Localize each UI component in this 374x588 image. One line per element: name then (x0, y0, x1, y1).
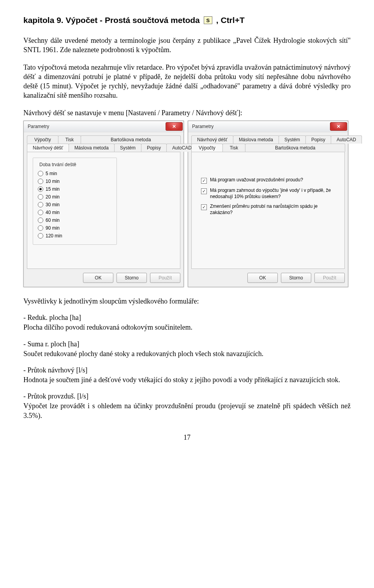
tab-popisy[interactable]: Popisy (141, 144, 167, 152)
intro-paragraph-3: Návrhový déšť se nastavuje v menu [Nasta… (23, 108, 351, 118)
radio-20min[interactable] (38, 194, 43, 200)
tab-maslova[interactable]: Máslova metoda (233, 135, 279, 144)
checkbox-jine-vody[interactable] (201, 188, 207, 194)
close-button[interactable]: ✕ (166, 122, 183, 131)
tab-row-lower: Návrhový déšť Máslova metoda Systém Popi… (27, 144, 180, 152)
radio-120min[interactable] (38, 233, 43, 239)
tab-bartoskova[interactable]: Bartoškova metoda (81, 135, 181, 144)
checkbox-zmenseni-prumeru[interactable] (201, 204, 207, 210)
radio-60min[interactable] (38, 218, 43, 223)
tab-row-upper: Výpočty Tisk Bartoškova metoda (27, 135, 180, 144)
check-row-2: Má program zahrnout do výpočtu 'jiné vod… (197, 184, 339, 200)
ok-button[interactable]: OK (247, 273, 278, 283)
doba-trvani-groupbox: Doba trvání deště 5 min 10 min 15 min 20… (33, 158, 117, 245)
radio-90min[interactable] (38, 225, 43, 231)
apply-button[interactable]: Použít (150, 273, 180, 283)
button-row: OK Storno Použít (24, 269, 183, 287)
tab-tisk[interactable]: Tisk (58, 135, 81, 144)
term-title-1: - Reduk. plocha [ha] (23, 314, 351, 322)
term-title-4: - Průtok provzduš. [l/s] (23, 392, 351, 400)
tab-body-left: Doba trvání deště 5 min 10 min 15 min 20… (27, 152, 180, 269)
button-row: OK Storno Použít (188, 269, 348, 287)
apply-button[interactable]: Použít (314, 273, 345, 283)
chapter-heading: kapitola 9. Výpočet - Prostá součtová me… (23, 16, 351, 25)
check-row-1: Má program uvažovat provzdušnění proudu? (197, 173, 339, 184)
term-title-3: - Průtok návrhový [l/s] (23, 366, 351, 374)
titlebar: Parametry ✕ (188, 121, 348, 132)
term-desc-2: Součet redukované plochy dané stoky a re… (23, 349, 351, 358)
radio-15min[interactable] (38, 186, 43, 192)
term-desc-3: Hodnota je součtem jiné a dešťové vody v… (23, 375, 351, 384)
radio-40min[interactable] (38, 210, 43, 215)
term-desc-1: Plocha dílčího povodí redukovaná odtokov… (23, 323, 351, 332)
checkbox-provzdusneni[interactable] (201, 178, 207, 184)
check-row-3: Zmenšení průměru potrubí na narůstajícím… (197, 200, 339, 216)
close-button[interactable]: ✕ (330, 122, 347, 131)
heading-prefix: kapitola 9. Výpočet - Prostá součtová me… (23, 16, 200, 25)
parametry-dialog-right: Parametry ✕ Návrhový déšť Máslova metoda… (188, 121, 348, 287)
tab-vypocty[interactable]: Výpočty (191, 144, 223, 152)
close-icon: ✕ (172, 124, 176, 129)
tab-system[interactable]: Systém (279, 135, 306, 144)
term-desc-4: Výpočet lze provádět i s ohledem na účin… (23, 401, 351, 420)
heading-suffix: , Ctrl+T (216, 16, 245, 25)
dialogs-row: Parametry ✕ Výpočty Tisk Bartoškova meto… (23, 121, 351, 287)
titlebar: Parametry ✕ (24, 121, 183, 132)
intro-paragraph-1: Všechny dále uvedené metody a terminolog… (23, 36, 351, 55)
legend-intro: Vysvětlivky k jednotlivým sloupcům výsle… (23, 297, 351, 306)
tab-body-right: Má program uvažovat provzdušnění proudu?… (191, 152, 345, 269)
dialog-title: Parametry (28, 124, 49, 129)
cancel-button[interactable]: Storno (116, 273, 147, 283)
tab-row-lower: Výpočty Tisk Bartoškova metoda (191, 144, 345, 152)
radio-30min[interactable] (38, 202, 43, 207)
intro-paragraph-2: Tato výpočtová metoda nezahrnuje vliv re… (23, 63, 351, 100)
tab-navrhovy-dest[interactable]: Návrhový déšť (27, 144, 69, 152)
s-toolbar-icon: S (204, 16, 212, 24)
tab-row-upper: Návrhový déšť Máslova metoda Systém Popi… (191, 135, 345, 144)
tab-maslova[interactable]: Máslova metoda (69, 144, 115, 152)
tab-vypocty[interactable]: Výpočty (27, 135, 58, 144)
cancel-button[interactable]: Storno (281, 273, 311, 283)
page-number: 17 (23, 434, 351, 442)
dialog-title: Parametry (192, 124, 213, 129)
tab-system[interactable]: Systém (114, 144, 141, 152)
tab-bartoskova[interactable]: Bartoškova metoda (245, 144, 345, 152)
tab-popisy[interactable]: Popisy (305, 135, 331, 144)
tab-navrhovy-dest[interactable]: Návrhový déšť (191, 135, 233, 144)
close-icon: ✕ (337, 124, 340, 129)
radio-5min[interactable] (38, 171, 43, 176)
term-title-2: - Suma r. ploch [ha] (23, 340, 351, 348)
radio-list: 5 min 10 min 15 min 20 min 30 min 40 min… (38, 170, 112, 240)
radio-10min[interactable] (38, 179, 43, 184)
groupbox-title: Doba trvání deště (38, 162, 78, 167)
parametry-dialog-left: Parametry ✕ Výpočty Tisk Bartoškova meto… (23, 121, 184, 287)
tab-autocad[interactable]: AutoCAD (331, 135, 362, 144)
tab-tisk[interactable]: Tisk (222, 144, 246, 152)
ok-button[interactable]: OK (83, 273, 113, 283)
